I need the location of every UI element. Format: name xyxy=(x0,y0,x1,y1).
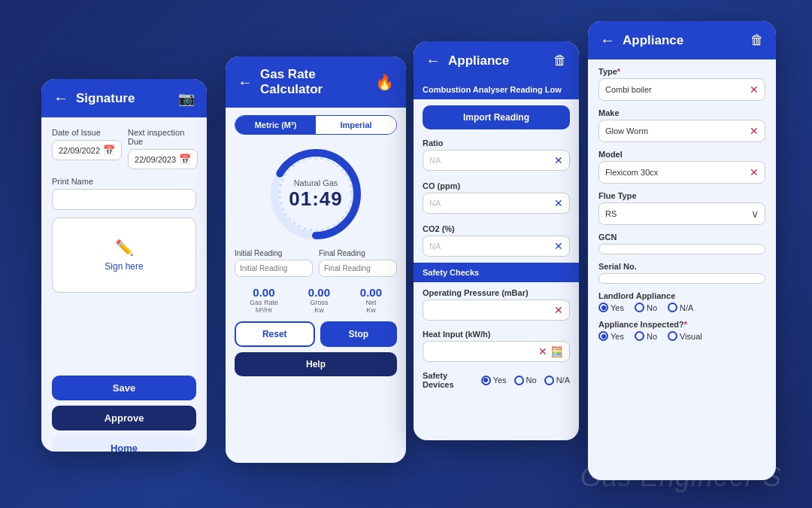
landlord-no-option[interactable]: No xyxy=(635,303,657,312)
gas-rate-back-button[interactable]: ← xyxy=(238,74,253,91)
type-value: Combi boiler xyxy=(605,85,750,94)
make-input[interactable]: Glow Worm ✕ xyxy=(598,120,765,142)
serial-no-input[interactable] xyxy=(598,273,765,284)
heat-input-field[interactable]: ✕ 🧮 xyxy=(423,341,570,362)
inspected-no-option[interactable]: No xyxy=(635,331,657,341)
appliance-right-card: ← Appliance 🗑 Type* Combi boiler ✕ Make … xyxy=(588,21,776,480)
final-reading-input[interactable] xyxy=(319,260,397,277)
ratio-clear-button[interactable]: ✕ xyxy=(554,154,563,166)
sign-box[interactable]: ✏️ Sign here xyxy=(52,217,196,293)
heat-input-clear[interactable]: ✕ xyxy=(538,345,547,357)
import-reading-button[interactable]: Import Reading xyxy=(423,105,570,129)
calendar-icon: 📅 xyxy=(103,144,115,156)
serial-no-label: Serial No. xyxy=(598,262,765,271)
gas-rate-stat: 0.00 Gas RateM³/Hr xyxy=(250,286,278,314)
appliance-mid-back-button[interactable]: ← xyxy=(426,52,441,69)
next-inspection-input[interactable]: 22/09/2023 📅 xyxy=(128,149,198,169)
ratio-value: NA xyxy=(429,156,554,165)
appliance-mid-delete-icon[interactable]: 🗑 xyxy=(553,53,567,68)
landlord-na-radio[interactable] xyxy=(668,303,677,312)
inspected-yes-option[interactable]: Yes xyxy=(598,331,624,341)
metric-tab[interactable]: Metric (M³) xyxy=(235,116,316,134)
safety-na-radio[interactable] xyxy=(544,376,554,385)
signature-header: ← Signature 📷 xyxy=(41,79,207,117)
safety-na-option[interactable]: N/A xyxy=(544,376,570,385)
date-of-issue-value: 22/09/2022 xyxy=(59,146,100,155)
co2-clear-button[interactable]: ✕ xyxy=(554,240,563,252)
next-inspection-label: Next inspection Due xyxy=(128,128,198,146)
ratio-input[interactable]: NA ✕ xyxy=(423,150,570,171)
landlord-yes-radio[interactable] xyxy=(598,303,608,312)
safety-yes-radio[interactable] xyxy=(481,376,491,385)
serial-no-field: Serial No. xyxy=(598,262,765,284)
type-clear-icon[interactable]: ✕ xyxy=(750,84,759,96)
co2-input[interactable]: NA ✕ xyxy=(423,236,570,257)
co-clear-button[interactable]: ✕ xyxy=(554,197,563,209)
heat-input-label: Heat Input (kW/h) xyxy=(414,325,579,341)
initial-reading-input[interactable] xyxy=(235,260,313,277)
type-label: Type* xyxy=(598,67,765,76)
gcn-input[interactable] xyxy=(598,244,765,254)
camera-icon[interactable]: 📷 xyxy=(178,90,195,107)
safety-yes-option[interactable]: Yes xyxy=(481,376,507,385)
model-input[interactable]: Flexicom 30cx ✕ xyxy=(598,161,765,184)
landlord-radio-row: Yes No N/A xyxy=(598,303,765,312)
signature-footer: Save Approve Home xyxy=(41,368,207,452)
make-clear-icon[interactable]: ✕ xyxy=(750,125,759,137)
date-of-issue-input[interactable]: 22/09/2022 📅 xyxy=(52,140,122,160)
next-inspection-group: Next inspection Due 22/09/2023 📅 xyxy=(128,128,198,169)
gauge-area: Natural Gas 01:49 xyxy=(226,135,406,249)
co-value: NA xyxy=(429,199,554,208)
appliance-inspected-label: Appliance Inspected?* xyxy=(598,320,765,329)
landlord-na-label: N/A xyxy=(680,303,693,312)
help-button[interactable]: Help xyxy=(235,352,397,376)
co-input[interactable]: NA ✕ xyxy=(423,193,570,214)
signature-back-button[interactable]: ← xyxy=(53,90,68,107)
safety-devices-label: Safety Devices xyxy=(423,371,471,389)
gauge-fuel-label: Natural Gas xyxy=(289,178,343,187)
safety-no-radio[interactable] xyxy=(514,376,524,385)
approve-button[interactable]: Approve xyxy=(52,406,196,430)
final-reading-label: Final Reading xyxy=(319,249,397,257)
safety-no-option[interactable]: No xyxy=(514,376,537,385)
reset-button[interactable]: Reset xyxy=(235,321,315,347)
gas-rate-value: 0.00 xyxy=(250,286,278,299)
landlord-yes-option[interactable]: Yes xyxy=(598,303,624,312)
landlord-no-radio[interactable] xyxy=(635,303,644,312)
net-kw-label: NetKw xyxy=(360,299,382,314)
readings-row: Initial Reading Final Reading xyxy=(226,249,406,283)
inspected-visual-option[interactable]: Visual xyxy=(668,331,702,341)
flue-type-value: RS xyxy=(605,209,751,218)
landlord-yes-label: Yes xyxy=(611,303,624,312)
operating-pressure-clear[interactable]: ✕ xyxy=(554,304,563,316)
appliance-inspected-field: Appliance Inspected?* Yes No Visual xyxy=(598,320,765,341)
safety-checks-banner: Safety Checks xyxy=(414,263,579,282)
inspected-visual-radio[interactable] xyxy=(668,331,677,341)
operating-pressure-input[interactable]: ✕ xyxy=(423,300,570,321)
flue-type-chevron[interactable]: ∨ xyxy=(751,208,759,220)
print-name-input[interactable] xyxy=(52,189,196,210)
calculator-icon[interactable]: 🧮 xyxy=(550,345,563,357)
make-label: Make xyxy=(598,108,765,117)
initial-reading-group: Initial Reading xyxy=(235,249,313,277)
landlord-na-option[interactable]: N/A xyxy=(668,303,693,312)
type-input[interactable]: Combi boiler ✕ xyxy=(598,78,765,101)
pen-icon: ✏️ xyxy=(115,239,134,257)
operating-pressure-label: Operating Pressure (mBar) xyxy=(414,284,579,300)
signature-card: ← Signature 📷 Date of Issue 22/09/2022 📅… xyxy=(41,79,207,452)
appliance-right-delete-icon[interactable]: 🗑 xyxy=(750,32,764,48)
appliance-mid-card: ← Appliance 🗑 Combustion Analyser Readin… xyxy=(414,41,579,440)
save-button[interactable]: Save xyxy=(52,376,196,400)
model-clear-icon[interactable]: ✕ xyxy=(750,166,759,178)
inspected-yes-radio[interactable] xyxy=(598,331,608,341)
stop-button[interactable]: Stop xyxy=(320,321,398,347)
gas-rate-card: ← Gas Rate Calculator 🔥 Metric (M³) Impe… xyxy=(226,56,406,463)
appliance-right-header: ← Appliance 🗑 xyxy=(588,21,776,59)
safety-devices-radio-group: Yes No N/A xyxy=(481,376,570,385)
imperial-tab[interactable]: Imperial xyxy=(316,116,396,134)
home-button[interactable]: Home xyxy=(52,436,196,452)
flue-type-input[interactable]: RS ∨ xyxy=(598,202,765,225)
co2-value: NA xyxy=(429,242,554,251)
appliance-right-back-button[interactable]: ← xyxy=(600,32,615,49)
inspected-no-radio[interactable] xyxy=(635,331,644,341)
